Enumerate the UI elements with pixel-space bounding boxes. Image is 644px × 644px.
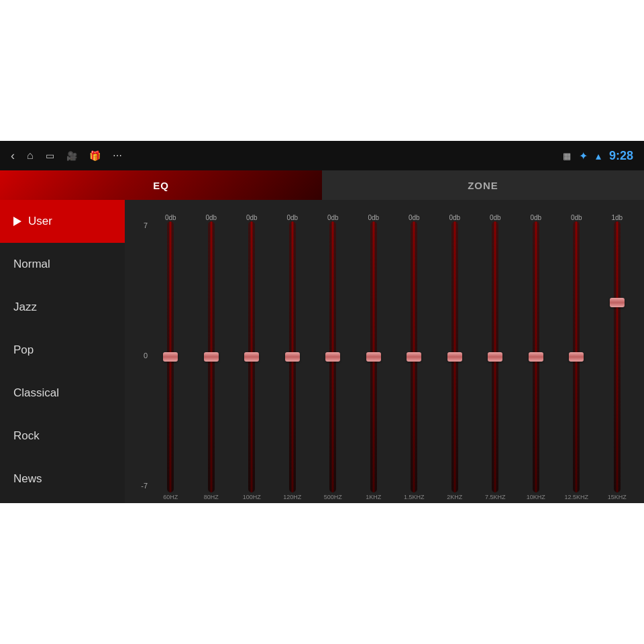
sidebar-item-pop[interactable]: Pop bbox=[0, 329, 125, 372]
db-label-12.5khz: 0db bbox=[556, 214, 597, 221]
freq-label-1khz: 1KHZ bbox=[366, 494, 381, 500]
slider-thumb-15khz[interactable] bbox=[610, 298, 625, 307]
slider-track-wrapper-6 bbox=[394, 221, 435, 492]
camera-icon[interactable]: 🎥 bbox=[66, 151, 77, 161]
sidebar-item-news[interactable]: News bbox=[0, 458, 125, 500]
slider-thumb-60hz[interactable] bbox=[163, 352, 178, 362]
play-icon bbox=[13, 217, 21, 226]
sidebar-item-classical[interactable]: Classical bbox=[0, 372, 125, 415]
db-label-80hz: 0db bbox=[191, 214, 232, 221]
tabs-row: EQ ZONE bbox=[0, 170, 644, 200]
bag-icon[interactable]: 🎁 bbox=[89, 150, 101, 161]
slider-track-7[interactable] bbox=[451, 221, 458, 492]
slider-track-wrapper-2 bbox=[231, 221, 272, 492]
outer-container: ‹ ⌂ ▭ 🎥 🎁 ⋯ ▦ ✦ ▴ 9:28 EQ bbox=[0, 0, 644, 644]
y-axis: 7 0 -7 bbox=[131, 221, 150, 503]
db-label-120hz: 0db bbox=[272, 214, 313, 221]
slider-thumb-10khz[interactable] bbox=[529, 352, 543, 362]
status-bar-right: ▦ ✦ ▴ 9:28 bbox=[563, 149, 633, 163]
cast-icon: ▦ bbox=[563, 151, 571, 161]
slider-col-1.5khz: 1.5KHZ bbox=[394, 221, 435, 503]
slider-thumb-100hz[interactable] bbox=[244, 352, 259, 362]
slider-track-wrapper-11 bbox=[597, 221, 638, 492]
slider-col-120hz: 120HZ bbox=[272, 221, 313, 503]
recents-icon[interactable]: ▭ bbox=[46, 150, 54, 161]
sidebar: User Normal Jazz Pop Classical Rock bbox=[0, 200, 125, 503]
slider-thumb-1khz[interactable] bbox=[366, 352, 381, 362]
slider-track-2[interactable] bbox=[248, 221, 255, 492]
slider-thumb-2khz[interactable] bbox=[447, 352, 462, 362]
freq-label-15khz: 15KHZ bbox=[608, 494, 627, 500]
slider-thumb-1.5khz[interactable] bbox=[407, 352, 421, 362]
slider-track-0[interactable] bbox=[167, 221, 174, 492]
slider-col-100hz: 100HZ bbox=[231, 221, 272, 503]
slider-col-500hz: 500HZ bbox=[313, 221, 354, 503]
freq-label-100hz: 100HZ bbox=[243, 494, 261, 500]
freq-label-120hz: 120HZ bbox=[283, 494, 301, 500]
slider-col-7.5khz: 7.5KHZ bbox=[475, 221, 516, 503]
freq-label-7.5khz: 7.5KHZ bbox=[485, 494, 506, 500]
slider-track-wrapper-9 bbox=[516, 221, 557, 492]
slider-col-1khz: 1KHZ bbox=[354, 221, 394, 503]
slider-track-10[interactable] bbox=[573, 221, 580, 492]
home-icon[interactable]: ⌂ bbox=[27, 150, 34, 162]
tab-eq[interactable]: EQ bbox=[0, 170, 322, 200]
device-screen: ‹ ⌂ ▭ 🎥 🎁 ⋯ ▦ ✦ ▴ 9:28 EQ bbox=[0, 141, 644, 503]
freq-label-1.5khz: 1.5KHZ bbox=[404, 494, 425, 500]
freq-label-10khz: 10KHZ bbox=[527, 494, 545, 500]
slider-track-wrapper-10 bbox=[556, 221, 597, 492]
eq-panel: 0db0db0db0db0db0db0db0db0db0db0db1db 7 0… bbox=[125, 200, 644, 503]
slider-track-wrapper-3 bbox=[272, 221, 313, 492]
db-label-2khz: 0db bbox=[435, 214, 476, 221]
bluetooth-icon: ✦ bbox=[579, 150, 588, 162]
slider-thumb-7.5khz[interactable] bbox=[488, 352, 502, 362]
sliders-container: 60HZ80HZ100HZ120HZ500HZ1KHZ1.5KHZ2KHZ7.5… bbox=[150, 221, 637, 503]
slider-track-9[interactable] bbox=[533, 221, 539, 492]
slider-track-3[interactable] bbox=[289, 221, 296, 492]
freq-label-2khz: 2KHZ bbox=[447, 494, 462, 500]
freq-label-60hz: 60HZ bbox=[163, 494, 178, 500]
slider-thumb-80hz[interactable] bbox=[204, 352, 219, 362]
db-label-1.5khz: 0db bbox=[394, 214, 435, 221]
freq-label-12.5khz: 12.5KHZ bbox=[564, 494, 588, 500]
slider-track-6[interactable] bbox=[411, 221, 417, 492]
tab-zone[interactable]: ZONE bbox=[322, 170, 644, 200]
sidebar-item-rock[interactable]: Rock bbox=[0, 415, 125, 458]
slider-thumb-120hz[interactable] bbox=[285, 352, 300, 362]
slider-thumb-12.5khz[interactable] bbox=[569, 352, 584, 362]
y-label-mid: 0 bbox=[131, 352, 150, 360]
db-label-60hz: 0db bbox=[150, 214, 191, 221]
db-label-10khz: 0db bbox=[516, 214, 557, 221]
db-labels-row: 0db0db0db0db0db0db0db0db0db0db0db1db bbox=[150, 205, 637, 221]
slider-track-wrapper-4 bbox=[313, 221, 354, 492]
freq-label-80hz: 80HZ bbox=[204, 494, 219, 500]
sidebar-item-user[interactable]: User bbox=[0, 200, 125, 243]
slider-thumb-500hz[interactable] bbox=[325, 352, 340, 362]
wifi-icon: ▴ bbox=[596, 150, 601, 162]
back-icon[interactable]: ‹ bbox=[11, 149, 15, 163]
db-label-7.5khz: 0db bbox=[475, 214, 516, 221]
db-label-1khz: 0db bbox=[354, 214, 394, 221]
slider-col-10khz: 10KHZ bbox=[516, 221, 557, 503]
slider-col-12.5khz: 12.5KHZ bbox=[556, 221, 597, 503]
slider-col-2khz: 2KHZ bbox=[435, 221, 476, 503]
sidebar-item-jazz[interactable]: Jazz bbox=[0, 286, 125, 329]
more-icon[interactable]: ⋯ bbox=[113, 150, 122, 161]
slider-col-15khz: 15KHZ bbox=[597, 221, 638, 503]
slider-track-wrapper-1 bbox=[191, 221, 232, 492]
sliders-area: 7 0 -7 60HZ80HZ100HZ120HZ500HZ1KHZ1.5KHZ… bbox=[131, 221, 637, 503]
slider-track-wrapper-8 bbox=[475, 221, 516, 492]
slider-track-5[interactable] bbox=[370, 221, 377, 492]
db-label-500hz: 0db bbox=[313, 214, 354, 221]
sidebar-item-normal[interactable]: Normal bbox=[0, 243, 125, 286]
slider-track-wrapper-0 bbox=[150, 221, 191, 492]
slider-track-wrapper-5 bbox=[354, 221, 394, 492]
slider-line-11 bbox=[616, 221, 618, 492]
status-bar-left: ‹ ⌂ ▭ 🎥 🎁 ⋯ bbox=[11, 149, 563, 163]
slider-track-4[interactable] bbox=[329, 221, 336, 492]
y-label-top: 7 bbox=[131, 221, 150, 229]
slider-track-1[interactable] bbox=[208, 221, 215, 492]
slider-track-11[interactable] bbox=[614, 221, 621, 492]
slider-track-8[interactable] bbox=[492, 221, 498, 492]
db-label-100hz: 0db bbox=[231, 214, 272, 221]
